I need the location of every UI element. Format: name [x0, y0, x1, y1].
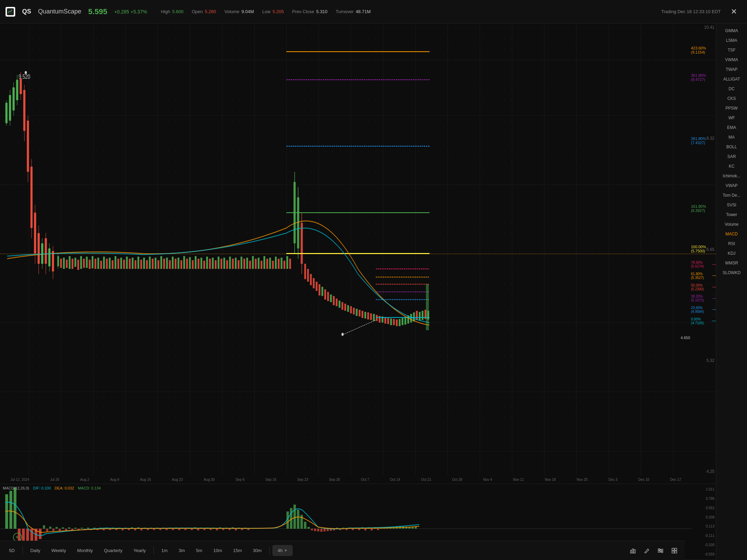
svg-rect-144 [365, 312, 366, 318]
draw-tool-icon[interactable] [640, 544, 653, 557]
sidebar-item-macd[interactable]: MACD [716, 230, 747, 239]
close-button[interactable]: ✕ [728, 6, 740, 18]
x-label-12: Oct 14 [390, 478, 400, 482]
more-options-icon[interactable] [668, 544, 681, 557]
svg-rect-265 [307, 527, 310, 529]
ticker-symbol: QS [22, 8, 31, 15]
sidebar-item-ppsw[interactable]: PPSW [716, 104, 747, 113]
svg-rect-157 [402, 318, 403, 325]
period-daily-btn[interactable]: Daily [26, 545, 45, 556]
svg-rect-312 [672, 548, 674, 550]
svg-rect-194 [46, 529, 48, 531]
sidebar-item-wmsr[interactable]: WMSR [716, 259, 747, 268]
svg-rect-151 [385, 317, 386, 324]
period-yearly-btn[interactable]: Yearly [129, 545, 151, 556]
prev-close-stat: Prev Close 5.310 [292, 9, 328, 14]
sidebar-item-cks[interactable]: CKS [716, 94, 747, 103]
svg-rect-105 [258, 258, 259, 269]
price-candles-svg: 9.520 [0, 24, 716, 484]
svg-rect-234 [172, 529, 174, 530]
settings-icon[interactable] [654, 544, 667, 557]
sidebar-item-kc[interactable]: KC [716, 162, 747, 171]
svg-rect-200 [65, 529, 67, 530]
svg-rect-69 [155, 258, 156, 269]
svg-rect-248 [216, 529, 218, 530]
x-label-5: Aug 23 [172, 478, 183, 482]
svg-rect-267 [314, 529, 316, 531]
sidebar-item-svsi[interactable]: SVSI [716, 200, 747, 209]
sidebar-item-rsi[interactable]: RSI [716, 239, 747, 248]
svg-rect-75 [172, 256, 174, 269]
svg-rect-50 [100, 261, 102, 269]
svg-rect-41 [74, 258, 76, 267]
bottom-toolbar: 5D Daily Weekly Monthly Quarterly Yearly… [0, 541, 685, 560]
app-logo [6, 7, 15, 17]
period-3m-btn[interactable]: 3m [174, 545, 190, 556]
svg-rect-56 [117, 259, 119, 269]
sidebar-item-dc[interactable]: DC [716, 84, 747, 93]
svg-rect-79 [183, 256, 185, 269]
svg-rect-67 [149, 256, 151, 269]
svg-rect-130 [324, 289, 326, 300]
volume-stat: Volume 9.04M [224, 9, 254, 14]
sidebar-item-tsf[interactable]: TSF [716, 46, 747, 55]
chart-type-icon[interactable] [627, 544, 639, 557]
sidebar-item-boll[interactable]: BOLL [716, 142, 747, 151]
svg-rect-107 [264, 256, 265, 269]
macd-y-3: 0.562 [693, 506, 714, 510]
period-30m-btn[interactable]: 30m [248, 545, 266, 556]
sidebar-item-volume[interactable]: Volume [716, 220, 747, 229]
sidebar-item-alligat[interactable]: ALLIGAT [716, 75, 747, 84]
period-15m-btn[interactable]: 15m [228, 545, 247, 556]
right-sidebar: GMMA LSMA TSF VWMA TWAP ALLIGAT DC CKS P… [716, 24, 747, 560]
svg-rect-46 [89, 260, 91, 269]
period-5m-btn[interactable]: 5m [191, 545, 207, 556]
sidebar-item-ichimoku[interactable]: Ichimok... [716, 171, 747, 180]
svg-point-181 [341, 333, 343, 336]
price-change: +0.285 +5.37% [114, 9, 147, 15]
svg-rect-149 [379, 316, 380, 323]
period-weekly-btn[interactable]: Weekly [47, 545, 71, 556]
sidebar-item-wf[interactable]: WF [716, 113, 747, 122]
svg-rect-283 [365, 529, 367, 530]
price-chart[interactable]: 9.520 [0, 24, 716, 484]
svg-rect-134 [336, 299, 338, 306]
svg-rect-92 [221, 259, 222, 269]
svg-rect-49 [98, 258, 99, 269]
sidebar-item-vwma[interactable]: VWMA [716, 55, 747, 64]
x-label-11: Oct 7 [361, 478, 369, 482]
svg-rect-74 [169, 260, 171, 269]
sidebar-item-tomde[interactable]: Tom De... [716, 191, 747, 200]
svg-rect-63 [137, 256, 139, 269]
svg-rect-303 [632, 549, 634, 553]
sidebar-item-kdj[interactable]: KDJ [716, 249, 747, 258]
toolbar-divider-3 [269, 547, 270, 555]
timeframe-selector[interactable]: 4h ▼ [273, 545, 293, 556]
macd-y-1: 1.011 [693, 487, 714, 491]
svg-rect-242 [197, 529, 199, 530]
svg-rect-59 [126, 256, 128, 269]
svg-rect-240 [191, 529, 193, 530]
period-10m-btn[interactable]: 10m [209, 545, 227, 556]
sidebar-item-slowkd[interactable]: SLOWKD [716, 268, 747, 277]
period-1m-btn[interactable]: 1m [157, 545, 173, 556]
sidebar-item-vwap[interactable]: VWAP [716, 181, 747, 190]
sidebar-item-twap[interactable]: TWAP [716, 65, 747, 74]
sidebar-item-gmma[interactable]: GMMA [716, 26, 747, 35]
period-monthly-btn[interactable]: Monthly [72, 545, 98, 556]
sidebar-item-ema[interactable]: EMA [716, 123, 747, 132]
sidebar-item-sar[interactable]: SAR [716, 152, 747, 161]
sidebar-item-tower[interactable]: Tower [716, 210, 747, 219]
svg-rect-64 [140, 260, 142, 269]
sidebar-item-ma[interactable]: MA [716, 133, 747, 142]
svg-rect-207 [87, 528, 89, 529]
period-quarterly-btn[interactable]: Quarterly [99, 545, 127, 556]
chart-container: 9.520 [0, 24, 716, 560]
svg-rect-124 [307, 269, 309, 282]
x-label-10: Sep 30 [329, 478, 340, 482]
period-5d-btn[interactable]: 5D [4, 545, 20, 556]
svg-rect-220 [128, 529, 130, 530]
svg-rect-61 [132, 258, 133, 269]
sidebar-item-lsma[interactable]: LSMA [716, 36, 747, 45]
svg-rect-232 [166, 529, 168, 530]
